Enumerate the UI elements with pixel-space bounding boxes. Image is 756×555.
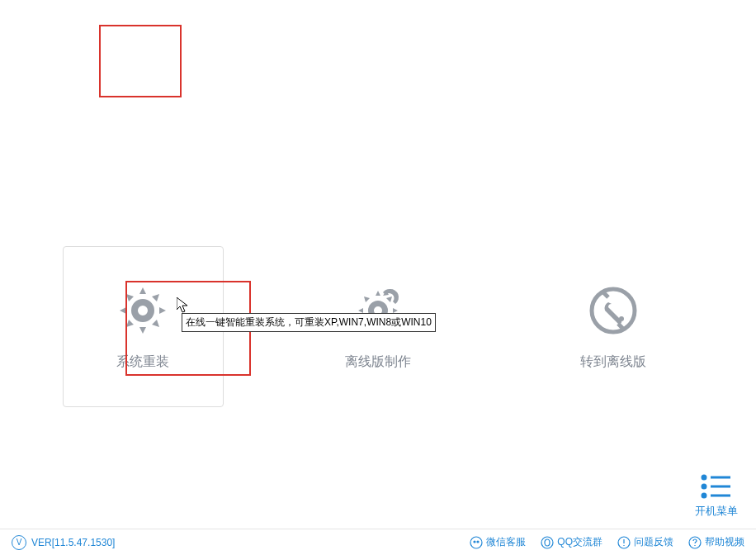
nav-label: 软件大全 <box>284 73 327 88</box>
usb-icon <box>42 35 73 66</box>
svg-rect-10 <box>307 39 317 49</box>
footer-label: 问题反馈 <box>634 535 673 549</box>
nav-software[interactable]: 软件大全 <box>264 25 347 97</box>
boot-menu-label: 开机菜单 <box>695 504 738 519</box>
apps-icon <box>290 35 321 66</box>
svg-point-24 <box>474 541 475 543</box>
svg-rect-3 <box>59 38 60 40</box>
header: 云骑士装机大师 U盘启动 一键装机 备份/还原 <box>0 0 756 106</box>
nav-label: 官方网站 <box>449 73 492 88</box>
svg-rect-8 <box>211 44 228 62</box>
gear-icon <box>115 282 171 339</box>
card-label: 转到离线版 <box>580 353 646 371</box>
footer-feedback[interactable]: 问题反馈 <box>617 535 673 549</box>
svg-point-14 <box>382 47 385 50</box>
nav-label: 人工服务 <box>366 73 409 88</box>
nav-label: U盘启动 <box>38 73 78 88</box>
svg-point-26 <box>541 537 553 548</box>
footer-wechat[interactable]: 微信客服 <box>470 535 526 549</box>
title-bar: 云骑士装机大师 <box>0 0 756 21</box>
svg-rect-12 <box>307 52 317 62</box>
close-button[interactable] <box>726 2 746 19</box>
svg-point-23 <box>470 537 482 548</box>
svg-rect-5 <box>142 37 154 49</box>
footer-label: QQ交流群 <box>557 535 602 549</box>
home-icon <box>455 35 486 66</box>
card-label: 离线版制作 <box>345 353 411 371</box>
windows-icon <box>125 35 156 66</box>
svg-rect-6 <box>127 52 139 64</box>
nav-usb-boot[interactable]: U盘启动 <box>17 25 99 97</box>
nav-website[interactable]: 官方网站 <box>429 25 512 97</box>
svg-point-27 <box>545 539 550 546</box>
tooltip: 在线一键智能重装系统，可重装XP,WIN7,WIN8或WIN10 <box>182 313 436 332</box>
svg-point-25 <box>477 541 479 543</box>
app-title: 云骑士装机大师 <box>10 4 79 18</box>
svg-rect-7 <box>142 52 154 62</box>
footer-help[interactable]: 帮助视频 <box>688 535 744 549</box>
svg-rect-1 <box>50 43 65 64</box>
list-icon <box>701 474 732 499</box>
menu-button[interactable] <box>687 2 706 19</box>
qq-icon <box>541 536 554 549</box>
boot-menu-button[interactable]: 开机菜单 <box>695 474 738 519</box>
version-icon: V <box>12 535 26 550</box>
card-go-offline[interactable]: 转到离线版 <box>533 246 694 407</box>
card-label: 系统重装 <box>116 353 169 371</box>
wrench-circle-icon <box>585 282 641 339</box>
svg-point-22 <box>702 494 706 497</box>
footer-qq[interactable]: QQ交流群 <box>541 535 602 549</box>
svg-point-21 <box>702 485 706 488</box>
nav-one-click-install[interactable]: 一键装机 <box>99 25 182 97</box>
nav-support[interactable]: 人工服务 <box>347 25 429 97</box>
copy-icon <box>207 35 239 66</box>
footer-label: 微信客服 <box>486 535 526 549</box>
svg-point-20 <box>702 476 706 479</box>
wechat-icon <box>470 536 483 549</box>
version-text: VER[11.5.47.1530] <box>31 537 115 548</box>
svg-rect-9 <box>294 39 304 49</box>
svg-point-16 <box>392 47 395 50</box>
footer: V VER[11.5.47.1530] 微信客服 QQ交流群 问题反馈 帮助视频 <box>0 529 756 555</box>
minimize-button[interactable] <box>706 2 726 19</box>
svg-rect-2 <box>55 38 57 40</box>
svg-point-19 <box>619 316 624 321</box>
feedback-icon <box>617 536 631 549</box>
svg-rect-4 <box>127 39 139 49</box>
chat-icon <box>372 35 404 66</box>
svg-point-15 <box>387 47 390 50</box>
svg-rect-11 <box>294 52 304 62</box>
footer-label: 帮助视频 <box>705 535 744 549</box>
svg-point-18 <box>592 289 635 332</box>
nav-backup-restore[interactable]: 备份/还原 <box>182 25 264 97</box>
nav-label: 备份/还原 <box>200 73 246 88</box>
main-content: 系统重装 离线版制作 转到离线版 <box>0 106 756 407</box>
help-icon <box>688 536 702 549</box>
nav-label: 一键装机 <box>119 73 162 88</box>
